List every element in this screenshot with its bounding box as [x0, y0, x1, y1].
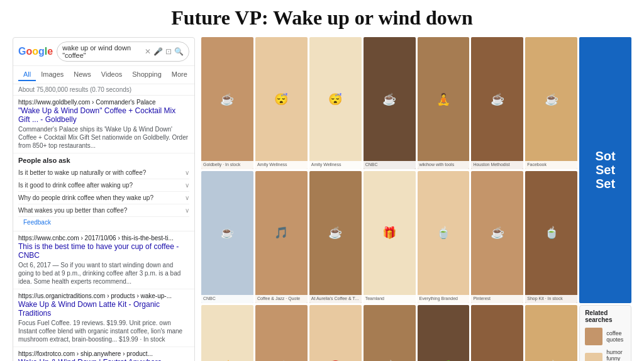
image-result[interactable]: 🍵 Eat This, Not That	[364, 305, 416, 362]
image-result[interactable]: ☕ Facebook	[525, 37, 577, 169]
image-source: Goldbelly · In stock	[201, 161, 253, 169]
tab-images[interactable]: Images	[36, 69, 69, 81]
paa-question: Is it good to drink coffee after waking …	[18, 182, 133, 189]
result-title[interactable]: Wake Up & Wind Down | Foxtrot Anywhere	[18, 358, 189, 361]
search-icons: ✕ 🎤 ⊡ 🔍	[145, 47, 184, 56]
feedback-link[interactable]: Feedback	[18, 217, 189, 228]
image-result[interactable]: ☕ At Aurelia's Coffee & Tea	[309, 171, 362, 303]
image-thumbnail: ☕	[471, 171, 523, 295]
result-url: https://www.goldbelly.com › Commander's …	[18, 99, 189, 106]
related-search-item[interactable]: coffee quotes	[585, 326, 626, 347]
image-thumbnail: ☕	[201, 37, 253, 161]
image-result[interactable]: 😴 Amity Wellness	[255, 37, 308, 169]
related-searches-box: Related searches coffee quotes humor fun…	[579, 305, 631, 362]
people-also-ask-section: People also ask Is it better to wake up …	[13, 153, 194, 231]
sot-text: Sot	[595, 149, 615, 163]
image-source: At Aurelia's Coffee & Tea	[309, 295, 362, 303]
search-result: https://www.cnbc.com › 2017/10/06 › this…	[13, 231, 194, 289]
results-count: About 75,800,000 results (0.70 seconds)	[13, 84, 194, 96]
set-text: Set	[596, 163, 615, 177]
paa-item[interactable]: Why do people drink coffee when they wak…	[18, 192, 189, 204]
paa-question: Is it better to wake up naturally or wit…	[18, 169, 146, 176]
image-result[interactable]: 🎵 Coffee & Jazz · Quote	[255, 171, 308, 303]
image-thumbnail: 🐻	[471, 305, 523, 362]
image-thumbnail: 🍵	[418, 171, 470, 295]
image-result[interactable]: 🌿 wp-fof.facebook.com	[418, 305, 470, 362]
search-bar[interactable]: wake up or wind down "coffee" ✕ 🎤 ⊡ 🔍	[57, 42, 189, 62]
image-source: CNBC	[364, 161, 416, 169]
image-source: Everything Branded	[418, 295, 470, 303]
paa-item[interactable]: What wakes you up better than coffee? ∨	[18, 204, 189, 217]
result-url: https://foxtrotco.com › ship.anywhere › …	[18, 350, 189, 357]
image-source: CNBC	[201, 295, 253, 303]
tab-tools[interactable]: Tools	[192, 69, 195, 81]
image-result[interactable]: 😴 Amity Wellness	[309, 37, 362, 169]
image-source: Amity Wellness	[309, 161, 362, 169]
image-source: Amity Wellness	[255, 161, 308, 169]
paa-arrow-icon: ∨	[185, 169, 189, 176]
paa-question: Why do people drink coffee when they wak…	[18, 194, 153, 201]
image-result[interactable]: ☕ Two Chimps Coffee	[255, 305, 308, 362]
image-thumbnail: 😴	[255, 37, 308, 161]
image-result[interactable]: 🧘 wikihow with tools	[418, 37, 470, 169]
related-search-text: coffee quotes	[606, 330, 626, 343]
image-thumbnail: 🧘	[418, 37, 470, 161]
tab-more[interactable]: More	[167, 69, 192, 81]
image-result[interactable]: 🎁 Teamland	[364, 171, 416, 303]
related-searches-title: Related searches	[585, 309, 626, 323]
image-result[interactable]: 🍵 Ode to Things	[525, 305, 577, 362]
paa-arrow-icon: ∨	[185, 207, 189, 214]
search-result: https://us.organictraditions.com › produ…	[13, 289, 194, 347]
page-title: Future VP: Wake up or wind down	[13, 6, 631, 30]
result-snippet: Commander's Palace ships its 'Wake Up & …	[18, 125, 189, 150]
sot-set-badge: Sot Set Set	[579, 37, 631, 303]
image-result[interactable]: ☕ Pinterest	[471, 171, 523, 303]
image-result[interactable]: ☕ Houston Methodist	[471, 37, 523, 169]
image-thumbnail: 🎁	[364, 171, 416, 295]
image-source: Coffee & Jazz · Quote	[255, 295, 308, 303]
image-result[interactable]: 🍵 Everything Branded	[418, 171, 470, 303]
clear-icon[interactable]: ✕	[145, 47, 151, 56]
search-submit-icon[interactable]: 🔍	[174, 47, 184, 56]
result-title[interactable]: "Wake Up & Wind Down" Coffee + Cocktail …	[18, 106, 189, 124]
image-results-panel: ☕ Goldbelly · In stock 😴 Amity Wellness …	[201, 37, 631, 361]
image-result[interactable]: 🐻 Sprucige	[471, 305, 523, 362]
image-source: Teamland	[364, 295, 416, 303]
image-result[interactable]: 🍵 Shop Kit · In stock	[525, 171, 577, 303]
paa-question: What wakes you up better than coffee?	[18, 207, 127, 214]
image-thumbnail: 🍵	[525, 171, 577, 295]
image-thumbnail: ☕	[364, 37, 416, 161]
tab-all[interactable]: All	[18, 69, 36, 81]
image-result[interactable]: ☕ Goldbelly · In stock	[201, 37, 253, 169]
tab-shopping[interactable]: Shopping	[127, 69, 167, 81]
image-thumbnail: ☕	[309, 171, 362, 295]
paa-item[interactable]: Is it better to wake up naturally or wit…	[18, 167, 189, 179]
image-thumbnail: 🎵	[255, 171, 308, 295]
search-result: https://www.goldbelly.com › Commander's …	[13, 96, 194, 153]
result-title[interactable]: This is the best time to have your cup o…	[18, 242, 189, 260]
image-result[interactable]: ☕ CNBC	[364, 37, 416, 169]
image-result[interactable]: ☀️ Facebook · AM PM	[201, 305, 253, 362]
image-source: Houston Methodist	[471, 161, 523, 169]
image-thumbnail: 😴	[309, 37, 362, 161]
google-header: Google wake up or wind down "coffee" ✕ 🎤…	[13, 38, 194, 66]
search-result: https://foxtrotco.com › ship.anywhere › …	[13, 347, 194, 361]
result-title[interactable]: Wake Up & Wind Down Latte Kit - Organic …	[18, 300, 189, 318]
tab-videos[interactable]: Videos	[96, 69, 127, 81]
result-url: https://www.cnbc.com › 2017/10/06 › this…	[18, 235, 189, 242]
related-search-item[interactable]: humor funny coffee quotes	[585, 347, 626, 362]
paa-item[interactable]: Is it good to drink coffee after waking …	[18, 179, 189, 192]
image-result[interactable]: ☕ CNBC	[201, 171, 253, 303]
related-thumb	[585, 353, 602, 362]
content-area: Google wake up or wind down "coffee" ✕ 🎤…	[13, 37, 631, 361]
lens-icon[interactable]: ⊡	[165, 47, 172, 56]
tab-news[interactable]: News	[69, 69, 96, 81]
image-result[interactable]: 🚫 One Medical	[309, 305, 362, 362]
microphone-icon[interactable]: 🎤	[153, 47, 163, 56]
image-thumbnail: 🍵	[364, 305, 416, 362]
image-thumbnail: ☕	[201, 171, 253, 295]
image-thumbnail: ☕	[471, 37, 523, 161]
image-source: wikihow with tools	[418, 161, 470, 169]
google-logo: Google	[18, 46, 53, 57]
paa-arrow-icon: ∨	[185, 182, 189, 189]
